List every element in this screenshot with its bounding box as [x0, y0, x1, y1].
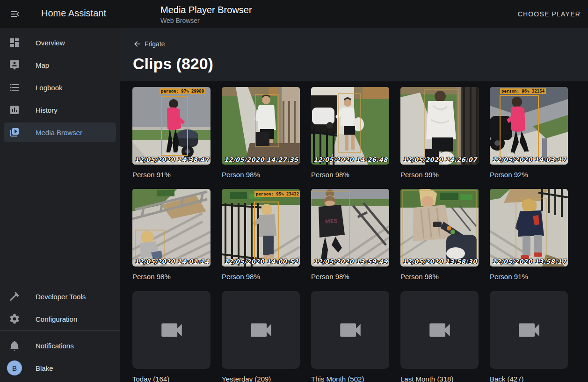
clip-scene: [132, 87, 211, 165]
sidebar-item-label: Notifications: [36, 342, 74, 350]
video-icon: [426, 317, 453, 344]
clip-timestamp: 12/05/2020 14:01:14: [135, 258, 209, 265]
clip-scene: [400, 189, 479, 267]
clip-timestamp: 12/05/2020 14:03:17: [492, 156, 566, 163]
clip-thumbnail[interactable]: person: 97% 29988 12/05/2020 14:38:47: [132, 87, 211, 165]
sidebar-item-label: History: [36, 106, 58, 114]
clip-caption: Person 91%: [490, 273, 568, 281]
sidebar-item-logbook[interactable]: Logbook: [0, 76, 120, 99]
clip-item[interactable]: 12/05/2020 14:27:35 Person 98%: [222, 87, 300, 179]
clip-item[interactable]: 12/05/2020 14:26:07 Person 99%: [400, 87, 479, 179]
folder-tile[interactable]: [222, 291, 300, 369]
chart-box-icon: [9, 104, 20, 115]
sidebar-item-label: Developer Tools: [36, 293, 86, 301]
clip-scene: [400, 87, 479, 165]
clip-thumbnail[interactable]: 12/05/2020 14:26:07: [400, 87, 479, 165]
clip-caption: Person 99%: [400, 171, 479, 179]
clip-thumbnail[interactable]: person: 95% 23432 12/05/2020 14:00:52: [222, 189, 300, 267]
video-icon: [247, 317, 275, 344]
sidebar-item-profile[interactable]: B Blake: [0, 357, 120, 379]
app-title: Home Assistant: [41, 8, 106, 19]
clip-timestamp: 12/05/2020 13:58:17: [492, 258, 566, 265]
sidebar-item-configuration[interactable]: Configuration: [0, 308, 120, 330]
clip-scene: MES: [311, 189, 389, 267]
sidebar-item-developer-tools[interactable]: Developer Tools: [0, 285, 120, 308]
clip-scene: [490, 189, 568, 267]
folder-item-today[interactable]: Today (164): [132, 291, 211, 382]
folder-tile[interactable]: [311, 291, 389, 369]
clip-item[interactable]: 12/05/2020 13:58:17 Person 91%: [490, 189, 568, 281]
clip-item[interactable]: person: 96% 32154 12/05/2020 14:03:17 Pe…: [490, 87, 568, 179]
page-title-block: Media Player Browser Web Browser: [160, 4, 252, 25]
clip-caption: Person 98%: [222, 171, 300, 179]
clip-caption: Person 92%: [490, 171, 568, 179]
folder-label: This Month (502): [311, 375, 389, 382]
folder-item-yesterday[interactable]: Yesterday (209): [222, 291, 300, 382]
choose-player-button[interactable]: CHOOSE PLAYER: [518, 7, 581, 22]
folder-label: Back (427): [490, 375, 568, 382]
menu-open-icon[interactable]: [6, 5, 24, 23]
clip-item[interactable]: MES 12/05/2020 13:59:49 Person 98%: [311, 189, 389, 281]
sidebar-item-map[interactable]: Map: [0, 54, 120, 76]
breadcrumb-back[interactable]: Frigate: [133, 40, 165, 48]
clip-thumbnail[interactable]: MES 12/05/2020 13:59:49: [311, 189, 389, 267]
folder-item-back[interactable]: Back (427): [490, 291, 568, 382]
clip-thumbnail[interactable]: 12/05/2020 14:27:35: [222, 87, 300, 165]
clip-scene: [311, 87, 389, 165]
sidebar-item-overview[interactable]: Overview: [0, 31, 120, 54]
sidebar-item-label: Map: [36, 61, 49, 69]
clip-timestamp: 12/05/2020 14:26:48: [313, 156, 388, 163]
clip-caption: Person 98%: [311, 171, 389, 179]
sidebar-item-label: Logbook: [36, 84, 63, 92]
folder-label: Today (164): [132, 375, 211, 382]
bell-icon: [9, 340, 20, 351]
clip-timestamp: 12/05/2020 14:26:07: [403, 156, 477, 163]
clip-thumbnail[interactable]: 12/05/2020 14:01:14: [132, 189, 211, 267]
clip-timestamp: 12/05/2020 14:27:35: [224, 156, 298, 163]
sidebar-item-notifications[interactable]: Notifications: [0, 334, 120, 357]
folder-tile[interactable]: [490, 291, 568, 369]
clip-caption: Person 91%: [132, 171, 211, 179]
clip-item[interactable]: person: 95% 23432 12/05/2020 14:00:52 Pe…: [222, 189, 300, 281]
folder-item-this-month[interactable]: This Month (502): [311, 291, 389, 382]
clip-thumbnail[interactable]: 12/05/2020 13:58:30: [400, 189, 479, 267]
clip-caption: Person 98%: [311, 273, 389, 281]
user-name: Blake: [36, 364, 53, 372]
format-list-bulleted-icon: [9, 82, 20, 93]
sidebar-item-label: Configuration: [36, 315, 77, 323]
clip-item[interactable]: person: 97% 29988 12/05/2020 14:38:47 Pe…: [132, 87, 211, 179]
sidebar-item-history[interactable]: History: [0, 99, 120, 121]
cog-icon: [9, 313, 20, 324]
play-box-multiple-icon: [9, 127, 20, 138]
clip-item[interactable]: 12/05/2020 13:58:30 Person 98%: [400, 189, 479, 281]
clip-thumbnail[interactable]: 12/05/2020 14:26:48: [311, 87, 389, 165]
clips-grid: person: 97% 29988 12/05/2020 14:38:47 Pe…: [120, 81, 588, 382]
content-body: person: 97% 29988 12/05/2020 14:38:47 Pe…: [120, 81, 588, 382]
clip-item[interactable]: 12/05/2020 14:01:14 Person 98%: [132, 189, 211, 281]
folder-tile[interactable]: [400, 291, 479, 369]
app-header: Home Assistant Media Player Browser Web …: [0, 0, 588, 28]
tooltip-account-icon: [9, 59, 20, 71]
arrow-left-icon: [133, 40, 141, 48]
clip-scene: [222, 189, 300, 267]
page-title: Media Player Browser: [160, 4, 252, 15]
sidebar-item-label: Overview: [36, 39, 65, 47]
clip-caption: Person 98%: [222, 273, 300, 281]
video-icon: [337, 317, 364, 344]
sidebar-divider: [0, 330, 120, 331]
clip-thumbnail[interactable]: person: 96% 32154 12/05/2020 14:03:17: [490, 87, 568, 165]
view-dashboard-icon: [9, 37, 20, 48]
sidebar-item-media-browser[interactable]: Media Browser: [0, 121, 120, 144]
sidebar: Overview Map Logbook History Media Brows…: [0, 28, 120, 382]
folder-label: Last Month (318): [400, 375, 479, 382]
clip-thumbnail[interactable]: 12/05/2020 13:58:17: [490, 189, 568, 267]
folder-item-last-month[interactable]: Last Month (318): [400, 291, 479, 382]
bbox-label: person: 95% 23432: [254, 191, 300, 197]
bbox-label: person: 96% 32154: [500, 88, 546, 94]
clip-scene: [222, 87, 300, 165]
clip-scene: [490, 87, 568, 165]
folder-tile[interactable]: [132, 291, 211, 369]
sidebar-item-label: Media Browser: [36, 129, 82, 137]
avatar: B: [7, 360, 22, 375]
clip-item[interactable]: 12/05/2020 14:26:48 Person 98%: [311, 87, 389, 179]
